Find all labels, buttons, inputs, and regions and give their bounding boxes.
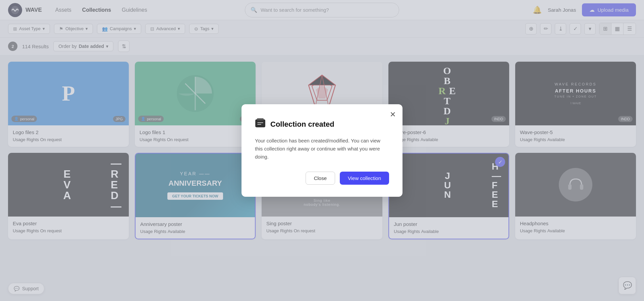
modal-backdrop: ✕ Collection created Your collection has… xyxy=(0,0,644,301)
modal-body: Your collection has been created/modifie… xyxy=(255,137,389,161)
modal-header: Collection created xyxy=(255,118,389,131)
close-button[interactable]: Close xyxy=(306,172,335,185)
collection-created-modal: ✕ Collection created Your collection has… xyxy=(241,104,402,197)
svg-rect-12 xyxy=(257,118,264,120)
collection-icon xyxy=(255,118,266,131)
svg-rect-10 xyxy=(256,120,265,127)
modal-close-x-button[interactable]: ✕ xyxy=(390,110,396,119)
modal-actions: Close View collection xyxy=(255,172,389,185)
modal-title: Collection created xyxy=(270,120,334,129)
view-collection-button[interactable]: View collection xyxy=(340,172,389,185)
